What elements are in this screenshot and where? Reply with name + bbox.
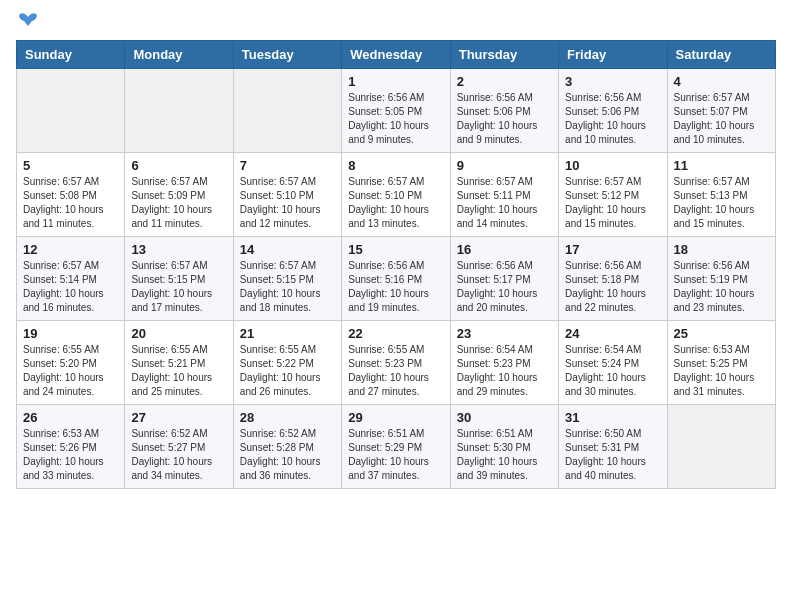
calendar-cell: 18Sunrise: 6:56 AM Sunset: 5:19 PM Dayli… bbox=[667, 237, 775, 321]
calendar-cell: 15Sunrise: 6:56 AM Sunset: 5:16 PM Dayli… bbox=[342, 237, 450, 321]
calendar-cell: 17Sunrise: 6:56 AM Sunset: 5:18 PM Dayli… bbox=[559, 237, 667, 321]
calendar-table: SundayMondayTuesdayWednesdayThursdayFrid… bbox=[16, 40, 776, 489]
day-detail: Sunrise: 6:56 AM Sunset: 5:18 PM Dayligh… bbox=[565, 259, 660, 315]
calendar-cell: 3Sunrise: 6:56 AM Sunset: 5:06 PM Daylig… bbox=[559, 69, 667, 153]
day-detail: Sunrise: 6:51 AM Sunset: 5:30 PM Dayligh… bbox=[457, 427, 552, 483]
day-detail: Sunrise: 6:52 AM Sunset: 5:28 PM Dayligh… bbox=[240, 427, 335, 483]
calendar-week-1: 1Sunrise: 6:56 AM Sunset: 5:05 PM Daylig… bbox=[17, 69, 776, 153]
calendar-cell: 25Sunrise: 6:53 AM Sunset: 5:25 PM Dayli… bbox=[667, 321, 775, 405]
day-detail: Sunrise: 6:57 AM Sunset: 5:10 PM Dayligh… bbox=[348, 175, 443, 231]
calendar-cell: 21Sunrise: 6:55 AM Sunset: 5:22 PM Dayli… bbox=[233, 321, 341, 405]
calendar-cell: 24Sunrise: 6:54 AM Sunset: 5:24 PM Dayli… bbox=[559, 321, 667, 405]
calendar-week-5: 26Sunrise: 6:53 AM Sunset: 5:26 PM Dayli… bbox=[17, 405, 776, 489]
day-detail: Sunrise: 6:56 AM Sunset: 5:05 PM Dayligh… bbox=[348, 91, 443, 147]
day-number: 9 bbox=[457, 158, 552, 173]
day-detail: Sunrise: 6:56 AM Sunset: 5:06 PM Dayligh… bbox=[457, 91, 552, 147]
day-detail: Sunrise: 6:57 AM Sunset: 5:11 PM Dayligh… bbox=[457, 175, 552, 231]
calendar-cell: 4Sunrise: 6:57 AM Sunset: 5:07 PM Daylig… bbox=[667, 69, 775, 153]
day-detail: Sunrise: 6:52 AM Sunset: 5:27 PM Dayligh… bbox=[131, 427, 226, 483]
calendar-cell: 19Sunrise: 6:55 AM Sunset: 5:20 PM Dayli… bbox=[17, 321, 125, 405]
column-header-thursday: Thursday bbox=[450, 41, 558, 69]
day-number: 22 bbox=[348, 326, 443, 341]
calendar-cell: 11Sunrise: 6:57 AM Sunset: 5:13 PM Dayli… bbox=[667, 153, 775, 237]
calendar-cell: 12Sunrise: 6:57 AM Sunset: 5:14 PM Dayli… bbox=[17, 237, 125, 321]
calendar-cell: 10Sunrise: 6:57 AM Sunset: 5:12 PM Dayli… bbox=[559, 153, 667, 237]
page-header bbox=[16, 16, 776, 30]
day-detail: Sunrise: 6:57 AM Sunset: 5:15 PM Dayligh… bbox=[240, 259, 335, 315]
day-number: 2 bbox=[457, 74, 552, 89]
day-detail: Sunrise: 6:57 AM Sunset: 5:12 PM Dayligh… bbox=[565, 175, 660, 231]
day-number: 28 bbox=[240, 410, 335, 425]
calendar-cell: 20Sunrise: 6:55 AM Sunset: 5:21 PM Dayli… bbox=[125, 321, 233, 405]
day-number: 31 bbox=[565, 410, 660, 425]
calendar-cell: 7Sunrise: 6:57 AM Sunset: 5:10 PM Daylig… bbox=[233, 153, 341, 237]
calendar-header-row: SundayMondayTuesdayWednesdayThursdayFrid… bbox=[17, 41, 776, 69]
calendar-cell bbox=[17, 69, 125, 153]
column-header-friday: Friday bbox=[559, 41, 667, 69]
calendar-cell: 30Sunrise: 6:51 AM Sunset: 5:30 PM Dayli… bbox=[450, 405, 558, 489]
day-detail: Sunrise: 6:57 AM Sunset: 5:15 PM Dayligh… bbox=[131, 259, 226, 315]
day-detail: Sunrise: 6:57 AM Sunset: 5:13 PM Dayligh… bbox=[674, 175, 769, 231]
day-detail: Sunrise: 6:56 AM Sunset: 5:16 PM Dayligh… bbox=[348, 259, 443, 315]
day-number: 24 bbox=[565, 326, 660, 341]
calendar-cell: 16Sunrise: 6:56 AM Sunset: 5:17 PM Dayli… bbox=[450, 237, 558, 321]
day-detail: Sunrise: 6:55 AM Sunset: 5:22 PM Dayligh… bbox=[240, 343, 335, 399]
calendar-cell: 1Sunrise: 6:56 AM Sunset: 5:05 PM Daylig… bbox=[342, 69, 450, 153]
day-detail: Sunrise: 6:53 AM Sunset: 5:26 PM Dayligh… bbox=[23, 427, 118, 483]
logo-bird-icon bbox=[18, 12, 40, 30]
day-number: 16 bbox=[457, 242, 552, 257]
calendar-cell: 14Sunrise: 6:57 AM Sunset: 5:15 PM Dayli… bbox=[233, 237, 341, 321]
column-header-tuesday: Tuesday bbox=[233, 41, 341, 69]
day-number: 20 bbox=[131, 326, 226, 341]
calendar-week-3: 12Sunrise: 6:57 AM Sunset: 5:14 PM Dayli… bbox=[17, 237, 776, 321]
day-detail: Sunrise: 6:55 AM Sunset: 5:23 PM Dayligh… bbox=[348, 343, 443, 399]
day-number: 6 bbox=[131, 158, 226, 173]
day-detail: Sunrise: 6:56 AM Sunset: 5:17 PM Dayligh… bbox=[457, 259, 552, 315]
calendar-cell: 27Sunrise: 6:52 AM Sunset: 5:27 PM Dayli… bbox=[125, 405, 233, 489]
calendar-cell: 28Sunrise: 6:52 AM Sunset: 5:28 PM Dayli… bbox=[233, 405, 341, 489]
day-number: 5 bbox=[23, 158, 118, 173]
calendar-cell: 5Sunrise: 6:57 AM Sunset: 5:08 PM Daylig… bbox=[17, 153, 125, 237]
calendar-week-2: 5Sunrise: 6:57 AM Sunset: 5:08 PM Daylig… bbox=[17, 153, 776, 237]
column-header-sunday: Sunday bbox=[17, 41, 125, 69]
day-detail: Sunrise: 6:57 AM Sunset: 5:08 PM Dayligh… bbox=[23, 175, 118, 231]
calendar-cell: 26Sunrise: 6:53 AM Sunset: 5:26 PM Dayli… bbox=[17, 405, 125, 489]
calendar-cell bbox=[233, 69, 341, 153]
day-number: 27 bbox=[131, 410, 226, 425]
day-detail: Sunrise: 6:54 AM Sunset: 5:23 PM Dayligh… bbox=[457, 343, 552, 399]
calendar-cell: 29Sunrise: 6:51 AM Sunset: 5:29 PM Dayli… bbox=[342, 405, 450, 489]
day-detail: Sunrise: 6:55 AM Sunset: 5:20 PM Dayligh… bbox=[23, 343, 118, 399]
day-number: 23 bbox=[457, 326, 552, 341]
day-number: 17 bbox=[565, 242, 660, 257]
day-number: 8 bbox=[348, 158, 443, 173]
day-detail: Sunrise: 6:56 AM Sunset: 5:06 PM Dayligh… bbox=[565, 91, 660, 147]
day-detail: Sunrise: 6:57 AM Sunset: 5:10 PM Dayligh… bbox=[240, 175, 335, 231]
day-detail: Sunrise: 6:53 AM Sunset: 5:25 PM Dayligh… bbox=[674, 343, 769, 399]
calendar-body: 1Sunrise: 6:56 AM Sunset: 5:05 PM Daylig… bbox=[17, 69, 776, 489]
calendar-cell: 2Sunrise: 6:56 AM Sunset: 5:06 PM Daylig… bbox=[450, 69, 558, 153]
day-detail: Sunrise: 6:54 AM Sunset: 5:24 PM Dayligh… bbox=[565, 343, 660, 399]
day-number: 18 bbox=[674, 242, 769, 257]
day-number: 13 bbox=[131, 242, 226, 257]
day-detail: Sunrise: 6:57 AM Sunset: 5:14 PM Dayligh… bbox=[23, 259, 118, 315]
calendar-cell: 6Sunrise: 6:57 AM Sunset: 5:09 PM Daylig… bbox=[125, 153, 233, 237]
day-number: 19 bbox=[23, 326, 118, 341]
calendar-cell bbox=[125, 69, 233, 153]
column-header-monday: Monday bbox=[125, 41, 233, 69]
calendar-cell bbox=[667, 405, 775, 489]
day-number: 26 bbox=[23, 410, 118, 425]
day-detail: Sunrise: 6:57 AM Sunset: 5:07 PM Dayligh… bbox=[674, 91, 769, 147]
calendar-cell: 31Sunrise: 6:50 AM Sunset: 5:31 PM Dayli… bbox=[559, 405, 667, 489]
day-number: 11 bbox=[674, 158, 769, 173]
day-detail: Sunrise: 6:50 AM Sunset: 5:31 PM Dayligh… bbox=[565, 427, 660, 483]
calendar-cell: 22Sunrise: 6:55 AM Sunset: 5:23 PM Dayli… bbox=[342, 321, 450, 405]
calendar-cell: 13Sunrise: 6:57 AM Sunset: 5:15 PM Dayli… bbox=[125, 237, 233, 321]
day-number: 30 bbox=[457, 410, 552, 425]
day-number: 21 bbox=[240, 326, 335, 341]
column-header-wednesday: Wednesday bbox=[342, 41, 450, 69]
calendar-cell: 23Sunrise: 6:54 AM Sunset: 5:23 PM Dayli… bbox=[450, 321, 558, 405]
day-number: 10 bbox=[565, 158, 660, 173]
day-number: 4 bbox=[674, 74, 769, 89]
day-number: 12 bbox=[23, 242, 118, 257]
logo bbox=[16, 16, 40, 30]
